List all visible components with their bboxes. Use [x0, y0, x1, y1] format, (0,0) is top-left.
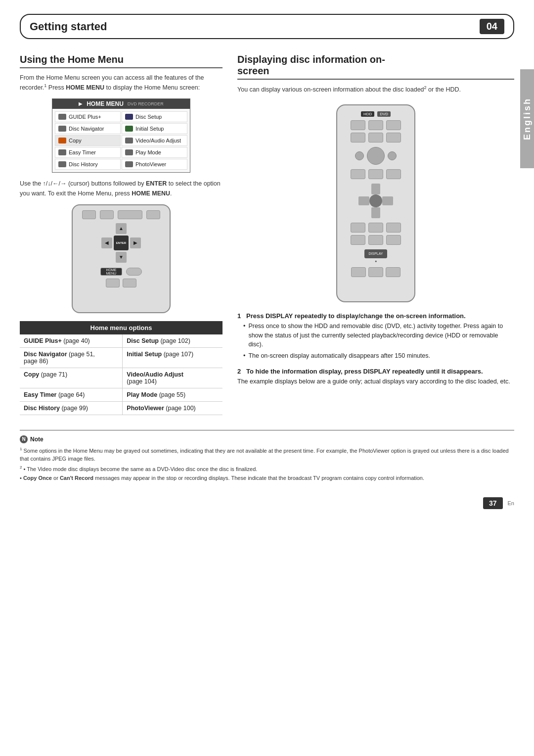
- home-menu-item-play-mode: Play Mode: [122, 147, 187, 158]
- home-menu-item-photo-viewer: PhotoViewer: [122, 159, 187, 170]
- dpad-left: ◀: [101, 237, 112, 248]
- table-row: Copy (page 71) Video/Audio Adjust(page 1…: [20, 368, 222, 388]
- rr-btn-1: [351, 120, 365, 130]
- copy-icon: [58, 138, 66, 143]
- rr-btn-4: [351, 133, 365, 142]
- page-number: 37: [483, 497, 503, 509]
- right-section-title: Displaying disc information on-screen: [237, 54, 514, 80]
- table-row: Disc Navigator (page 51,page 86) Initial…: [20, 347, 222, 368]
- home-menu-item-disc-nav: Disc Navigator: [55, 123, 121, 134]
- bullet-2: The on-screen display automatically disa…: [243, 351, 514, 361]
- remote-small-btn-1: [126, 268, 142, 276]
- rr-btn-13: [351, 235, 365, 245]
- remote-btn-3: [146, 210, 160, 219]
- page-lang: En: [508, 500, 514, 506]
- rr-btn-12: [386, 223, 401, 233]
- left-column: Using the Home Menu From the Home Menu s…: [20, 54, 232, 420]
- right-section-intro: You can display various on-screen inform…: [237, 85, 514, 94]
- guide-icon: [58, 114, 66, 120]
- remote-bottom-btn-1: [106, 279, 120, 287]
- table-header: Home menu options: [20, 321, 222, 334]
- rr-dpad-center: [369, 194, 382, 207]
- home-menu-options-table: Home menu options GUIDE Plus+ (page 40) …: [20, 321, 222, 415]
- dpad-right: ▶: [130, 237, 141, 248]
- rr-dpad-up: [371, 184, 380, 194]
- rr-circle-1: [355, 151, 364, 160]
- remote-control-right-container: HDD DVD: [237, 104, 514, 302]
- note-header: N Note: [20, 435, 514, 443]
- right-column: Displaying disc information on-screen Yo…: [232, 54, 514, 420]
- rr-btn-3: [386, 120, 401, 130]
- note-section: N Note 1 Some options in the Home Menu m…: [20, 430, 514, 492]
- rr-btn-8: [368, 169, 383, 179]
- rr-btn-9: [386, 169, 401, 179]
- instruction-step-1: 1 Press DISPLAY repeatedly to display/ch…: [237, 312, 514, 361]
- home-menu-item-guide: GUIDE Plus+: [55, 111, 121, 122]
- disc-setup-icon: [125, 114, 133, 120]
- home-menu-item-easy-timer: Easy Timer: [55, 147, 121, 158]
- remote-dpad: ▲ ▼ ◀ ▶ ENTER: [101, 223, 141, 263]
- remote-dpad-right: [358, 184, 393, 218]
- left-section-title: Using the Home Menu: [20, 54, 222, 68]
- instructions: 1 Press DISPLAY repeatedly to display/ch…: [237, 312, 514, 386]
- easy-timer-icon: [58, 149, 66, 155]
- remote-bottom-row-right: [351, 267, 400, 277]
- home-menu-item-video-audio: Video/Audio Adjust: [122, 135, 187, 146]
- cursor-instruction: Use the ↑/↓/←/→ (cursor) buttons followe…: [20, 179, 222, 198]
- hdd-dvd-row: HDD DVD: [361, 111, 391, 117]
- chapter-number: 04: [480, 19, 504, 34]
- remote-control-right: HDD DVD: [336, 104, 415, 302]
- home-menu-item-disc-setup: Disc Setup: [122, 111, 187, 122]
- rr-btn-2: [368, 120, 383, 130]
- rr-btn-16: [351, 267, 366, 277]
- home-menu-button: HOMEMENU: [100, 268, 122, 276]
- remote-btn-1: [82, 210, 96, 219]
- dpad-down: ▼: [116, 252, 127, 263]
- home-menu-item-initial-setup: Initial Setup: [122, 123, 187, 134]
- rr-btn-17: [368, 267, 383, 277]
- display-button: DISPLAY: [364, 249, 387, 258]
- rr-btn-15: [386, 235, 401, 245]
- remote-btn-long: [118, 210, 142, 219]
- table-row: Easy Timer (page 64) Play Mode (page 55): [20, 388, 222, 401]
- initial-setup-icon: [125, 126, 133, 132]
- home-menu-item-disc-history: Disc History: [55, 159, 121, 170]
- note-icon: N: [20, 435, 28, 443]
- rr-btn-18: [386, 267, 400, 277]
- footnote-1: 1 Some options in the Home Menu may be g…: [20, 446, 514, 463]
- disc-nav-icon: [58, 126, 66, 132]
- page-footer: 37 En: [20, 497, 514, 509]
- remote-row-1: [351, 120, 401, 130]
- left-section-intro: From the Home Menu screen you can access…: [20, 73, 222, 93]
- home-menu-item-copy: Copy: [55, 135, 121, 146]
- footnote-3: • Copy Once or Can't Record messages may…: [20, 474, 514, 482]
- remote-row-2: [351, 133, 401, 142]
- rr-dpad-down: [371, 207, 380, 218]
- video-audio-icon: [125, 138, 133, 143]
- rr-btn-6: [386, 133, 401, 142]
- instruction-step-2: 2 To hide the information display, press…: [237, 368, 514, 386]
- main-content: Using the Home Menu From the Home Menu s…: [20, 54, 514, 420]
- remote-row-3: [351, 169, 401, 179]
- remote-bottom-row: [106, 279, 136, 287]
- enter-button: ENTER: [114, 236, 129, 250]
- page-title: Getting started: [30, 20, 107, 33]
- table-row: Disc History (page 99) PhotoViewer (page…: [20, 401, 222, 415]
- rr-btn-10: [351, 223, 365, 233]
- rr-btn-7: [351, 169, 365, 179]
- rr-dpad-left: [358, 196, 369, 205]
- step2-body: The example displays below are a guide o…: [237, 377, 514, 386]
- display-label: ●: [375, 259, 377, 263]
- header-bar: Getting started 04: [20, 14, 514, 39]
- display-button-area: DISPLAY ●: [364, 249, 387, 263]
- rr-btn-5: [368, 133, 383, 142]
- home-menu-title-bar: ▶ HOME MENU DVD RECORDER: [52, 99, 190, 109]
- remote-circles-row: [355, 147, 397, 165]
- remote-top-buttons: [82, 210, 160, 219]
- remote-control-left: ▲ ▼ ◀ ▶ ENTER HOMEMENU: [72, 204, 171, 313]
- home-menu-grid: GUIDE Plus+ Disc Setup Disc Navigator In…: [52, 109, 190, 172]
- rr-btn-14: [368, 235, 383, 245]
- remote-btn-2: [100, 210, 114, 219]
- instruction-step1-bullets: Press once to show the HDD and removable…: [243, 322, 514, 361]
- sidebar-language-label: English: [522, 97, 533, 140]
